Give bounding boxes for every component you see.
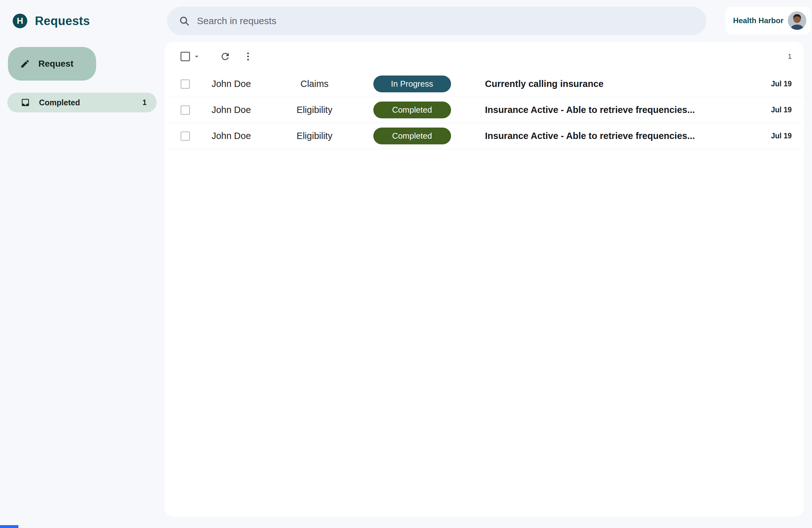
status-badge-wrap: Completed [357, 128, 467, 144]
request-date: Jul 19 [757, 132, 792, 140]
request-date: Jul 19 [757, 106, 792, 114]
chevron-down-icon[interactable] [193, 53, 200, 60]
avatar[interactable] [788, 11, 806, 30]
sidebar: Request Completed 1 [0, 42, 165, 528]
status-badge: In Progress [373, 75, 451, 92]
status-badge: Completed [373, 102, 451, 118]
account-chip[interactable]: Health Harbor [725, 7, 811, 34]
sidebar-item-completed[interactable]: Completed 1 [7, 92, 157, 112]
request-button[interactable]: Request [8, 47, 96, 81]
requester-name: John Doe [190, 131, 273, 141]
search-input[interactable] [197, 16, 695, 26]
sidebar-item-count: 1 [142, 98, 147, 107]
request-title: Currently calling insurance [485, 79, 757, 89]
row-checkbox[interactable] [180, 131, 190, 141]
requester-name: John Doe [190, 79, 273, 89]
status-badge-wrap: Completed [357, 102, 467, 118]
brand: H Requests [13, 14, 167, 28]
select-all-checkbox[interactable] [180, 52, 190, 61]
search-bar[interactable] [167, 7, 706, 35]
table-row[interactable]: John Doe Claims In Progress Currently ca… [165, 71, 804, 97]
row-checkbox[interactable] [180, 105, 190, 115]
requester-name: John Doe [190, 105, 273, 115]
app-logo-letter: H [17, 16, 23, 26]
pencil-icon [20, 59, 30, 69]
table-row[interactable]: John Doe Eligibility Completed Insurance… [165, 97, 804, 123]
request-list-panel: 1 John Doe Claims In Progress Currently … [165, 42, 804, 517]
refresh-button[interactable] [218, 49, 232, 64]
account-name: Health Harbor [733, 16, 783, 25]
inbox-icon [20, 98, 30, 107]
app-logo[interactable]: H [13, 14, 27, 28]
bottom-left-blue-strip [0, 525, 18, 528]
list-toolbar: 1 [165, 42, 804, 71]
row-checkbox[interactable] [180, 79, 190, 89]
request-title: Insurance Active - Able to retrieve freq… [485, 131, 757, 141]
status-badge-wrap: In Progress [357, 75, 467, 92]
request-type: Claims [273, 79, 357, 89]
status-badge: Completed [373, 128, 451, 144]
request-title: Insurance Active - Able to retrieve freq… [485, 105, 757, 115]
request-date: Jul 19 [757, 80, 792, 88]
header: H Requests Health Harbor [0, 0, 812, 42]
request-rows: John Doe Claims In Progress Currently ca… [165, 71, 804, 149]
search-icon[interactable] [178, 15, 190, 27]
more-options-icon[interactable] [241, 49, 255, 64]
request-button-label: Request [38, 59, 73, 69]
request-type: Eligibility [273, 105, 357, 115]
request-type: Eligibility [273, 131, 357, 141]
page-title: Requests [35, 14, 90, 28]
sidebar-item-label: Completed [39, 98, 80, 107]
table-row[interactable]: John Doe Eligibility Completed Insurance… [165, 123, 804, 149]
main-layout: Request Completed 1 [0, 42, 812, 528]
pagination-count: 1 [788, 52, 792, 61]
